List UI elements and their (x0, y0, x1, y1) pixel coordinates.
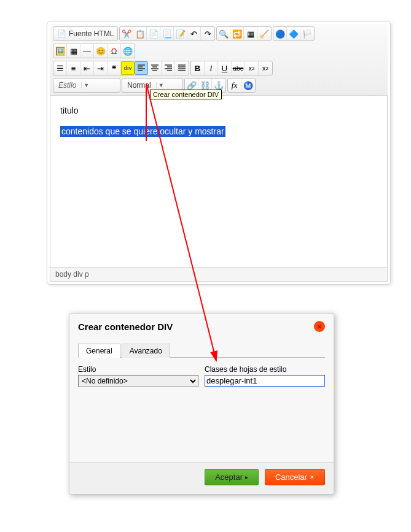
misc-icon[interactable]: Ⓜ️ (241, 79, 255, 92)
div-tooltip: Crear contenedor DIV (150, 90, 222, 99)
paste-text-icon[interactable]: 📃 (160, 27, 174, 40)
paste-icon[interactable]: 📄 (147, 27, 160, 40)
preview-icon[interactable]: 🔷 (287, 27, 300, 40)
subscript-button[interactable]: x2 (245, 61, 259, 75)
toolbar: 📄Fuente HTML ✂️ 📋 📄 📃 📝 ↶ ↷ 🔍 🔁 ▦ 🧹 🔵 (50, 24, 388, 96)
media-icon[interactable]: 🔵 (273, 27, 287, 40)
cancel-button[interactable]: Cancelar (265, 469, 325, 485)
bold-button[interactable]: B (191, 61, 205, 75)
undo-icon[interactable]: ↶ (187, 27, 201, 40)
dialog-header: Crear contenedor DIV ✕ (69, 314, 334, 337)
globe-icon[interactable]: 🌐 (121, 44, 135, 58)
align-left-icon[interactable] (135, 61, 148, 75)
tab-advanced[interactable]: Avanzado (122, 344, 170, 358)
source-button[interactable]: 📄Fuente HTML (53, 27, 117, 40)
specialchar-icon[interactable]: Ω (108, 44, 121, 58)
underline-button[interactable]: U (218, 61, 232, 75)
class-field-label: Clases de hojas de estilo (205, 365, 325, 374)
redo-icon[interactable]: ↷ (201, 27, 214, 40)
align-center-icon[interactable] (148, 61, 162, 75)
editor-container: 📄Fuente HTML ✂️ 📋 📄 📃 📝 ↶ ↷ 🔍 🔁 ▦ 🧹 🔵 (47, 21, 391, 285)
dialog-footer: Aceptar Cancelar (69, 462, 334, 494)
style-field-label: Estilo (78, 365, 198, 374)
content-selected-text: contenidos que se quiere ocultar y mostr… (60, 126, 225, 137)
content-title: titulo (60, 106, 377, 115)
copy-icon[interactable]: 📋 (133, 27, 147, 40)
dialog-title: Crear contenedor DIV (78, 322, 173, 332)
align-right-icon[interactable] (162, 61, 175, 75)
removeformat-icon[interactable]: 🧹 (257, 27, 271, 40)
superscript-button[interactable]: x2 (259, 61, 272, 75)
class-input[interactable] (205, 375, 325, 387)
toolbar-row-2: 🖼️ ▦ — 😊 Ω 🌐 (51, 42, 386, 60)
find-icon[interactable]: 🔍 (217, 27, 230, 40)
dialog-body: Estilo <No definido> Clases de hojas de … (69, 358, 334, 462)
hr-icon[interactable]: — (80, 44, 94, 58)
toolbar-row-3: ☰ ≡ ⇤ ⇥ ❝ div B (51, 60, 386, 77)
strike-button[interactable]: abc (232, 61, 245, 75)
dialog-tabs: General Avanzado (78, 337, 325, 358)
flag-icon[interactable]: 🏳️ (300, 27, 314, 40)
create-div-button[interactable]: div (121, 61, 135, 75)
paste-word-icon[interactable]: 📝 (174, 27, 187, 40)
close-icon[interactable]: ✕ (314, 321, 325, 332)
blockquote-icon[interactable]: ❝ (108, 61, 121, 75)
replace-icon[interactable]: 🔁 (230, 27, 244, 40)
statusbar: body div p (50, 268, 388, 282)
content-area[interactable]: titulo contenidos que se quiere ocultar … (50, 96, 388, 268)
bulletlist-icon[interactable]: ≡ (67, 61, 80, 75)
style-select[interactable]: <No definido> (78, 375, 198, 387)
fx-icon[interactable]: fx (228, 79, 241, 92)
numberedlist-icon[interactable]: ☰ (53, 61, 67, 75)
indent-icon[interactable]: ⇥ (94, 61, 108, 75)
toolbar-row-1: 📄Fuente HTML ✂️ 📋 📄 📃 📝 ↶ ↷ 🔍 🔁 ▦ 🧹 🔵 (51, 25, 386, 42)
table-icon[interactable]: ▦ (67, 44, 80, 58)
create-div-dialog: Crear contenedor DIV ✕ General Avanzado … (69, 313, 334, 495)
smiley-icon[interactable]: 😊 (94, 44, 108, 58)
cut-icon[interactable]: ✂️ (120, 27, 133, 40)
style-combo[interactable]: Estilo▼ (53, 78, 120, 93)
tab-general[interactable]: General (78, 344, 120, 358)
selectall-icon[interactable]: ▦ (244, 27, 257, 40)
italic-button[interactable]: I (205, 61, 218, 75)
align-justify-icon[interactable] (175, 61, 189, 75)
accept-button[interactable]: Aceptar (205, 469, 259, 485)
image-icon[interactable]: 🖼️ (53, 44, 67, 58)
outdent-icon[interactable]: ⇤ (80, 61, 94, 75)
